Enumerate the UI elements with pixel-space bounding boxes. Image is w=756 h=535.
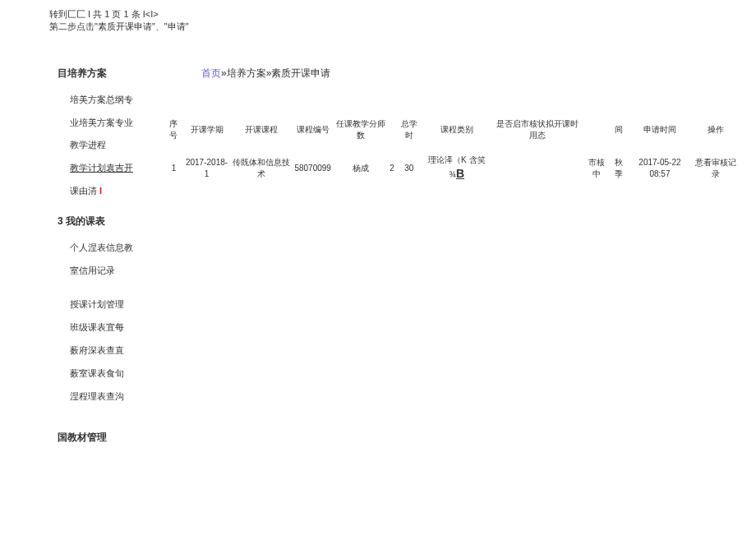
sidebar-item-room-schedule[interactable]: 薮室课表食旬	[70, 362, 164, 385]
sidebar-item-teaching-progress[interactable]: 教学进程	[70, 134, 164, 157]
sidebar: 目培养方案 培美方案总纲专 业培美方案专业 教学进程 教学计划袁吉开 课由清 I…	[0, 67, 164, 454]
sidebar-item-room-record[interactable]: 室信用记录	[70, 260, 164, 283]
th-code: 课程编号	[293, 113, 333, 146]
breadcrumb: 首页»培养方案»素质开课申请	[164, 67, 740, 81]
cell-credit: 2	[388, 146, 396, 187]
breadcrumb-home[interactable]: 首页	[201, 67, 221, 79]
cell-teacher: 杨成	[333, 146, 388, 187]
instruction-line1: 转到匚匚 I 共 1 页 1 条 I<I>	[49, 8, 756, 21]
th-enable: 是否启市核状拟开课时用态	[491, 113, 583, 146]
breadcrumb-level2: 素质开课申请	[271, 67, 330, 79]
th-credit	[388, 113, 396, 146]
th-status	[583, 113, 610, 146]
table-header-row: 序号 开课学期 开课课程 课程编号 任课教学分师数 总学时 课程类别 是否启市核…	[164, 113, 740, 146]
sidebar-section-training[interactable]: 目培养方案	[58, 67, 164, 81]
red-marker-icon: I	[99, 186, 102, 196]
sidebar-item-plan-major[interactable]: 业培美方案专业	[70, 112, 164, 135]
main-content: 首页»培养方案»素质开课申请 序号 开课学期 开课课程 课程编号 任课教学分师数…	[164, 67, 756, 454]
th-course: 开课课程	[230, 113, 293, 146]
table-row: 1 2017-2018-1 传既体和信息技术 58070099 杨成 2 30 …	[164, 146, 740, 187]
cell-action[interactable]: 意看审核记录	[691, 146, 740, 187]
main-container: 目培养方案 培美方案总纲专 业培美方案专业 教学进程 教学计划袁吉开 课由清 I…	[0, 34, 756, 454]
th-type: 课程类别	[422, 113, 491, 146]
sidebar-item-dept-schedule[interactable]: 薮府深表查直	[70, 339, 164, 362]
th-seq: 序号	[164, 113, 183, 146]
sidebar-item-teaching-plan[interactable]: 教学计划袁吉开	[70, 157, 164, 180]
cell-semester: 2017-2018-1	[183, 146, 230, 187]
application-table: 序号 开课学期 开课课程 课程编号 任课教学分师数 总学时 课程类别 是否启市核…	[164, 113, 740, 187]
instruction-line2: 第二步点击"素质开课申请"、"申请"	[49, 21, 756, 33]
th-semester: 开课学期	[183, 113, 230, 146]
th-hours: 总学时	[396, 113, 422, 146]
cell-status: 市核中	[583, 146, 610, 187]
sidebar-item-personal-schedule[interactable]: 个人涅表信息教	[70, 237, 164, 260]
th-teacher: 任课教学分师数	[333, 113, 388, 146]
breadcrumb-level1: 培养方案	[227, 67, 266, 79]
cell-hours: 30	[396, 146, 422, 187]
sidebar-item-class-schedule[interactable]: 班级课表宜每	[70, 316, 164, 339]
sidebar-item-lesson-plan[interactable]: 授课计划管理	[70, 293, 164, 316]
th-action: 操作	[691, 113, 740, 146]
sidebar-section-textbook[interactable]: 国教材管理	[58, 431, 164, 445]
cell-enable	[491, 146, 583, 187]
cell-seq: 1	[164, 146, 183, 187]
cell-course: 传既体和信息技术	[230, 146, 293, 187]
th-time: 间	[610, 113, 629, 146]
instruction-text: 转到匚匚 I 共 1 页 1 条 I<I> 第二步点击"素质开课申请"、"申请"	[0, 0, 756, 34]
th-apply-time: 申请时间	[628, 113, 691, 146]
cell-time: 秋季	[610, 146, 629, 187]
sidebar-item-course-query[interactable]: 涅程理表查沟	[70, 385, 164, 408]
cell-code: 58070099	[293, 146, 333, 187]
sidebar-item-course-apply[interactable]: 课由清 I	[70, 180, 164, 203]
type-b-marker: B	[456, 167, 464, 180]
cell-type: 理论泽（K 含笑¾B	[422, 146, 491, 187]
sidebar-item-plan-outline[interactable]: 培美方案总纲专	[70, 89, 164, 112]
sidebar-section-schedule[interactable]: 3 我的课表	[58, 214, 164, 228]
cell-apply-time: 2017-05-22 08:57	[628, 146, 691, 187]
